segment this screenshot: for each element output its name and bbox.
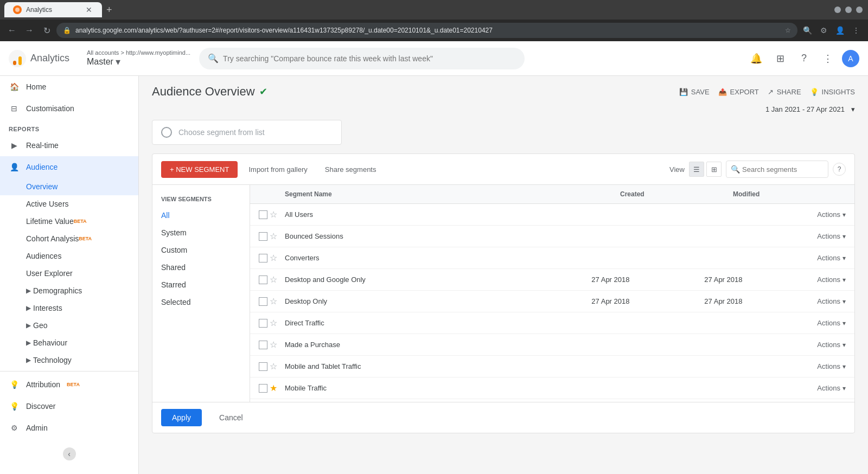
row-checkbox-4[interactable] [259, 297, 267, 306]
sidebar-collapse-btn[interactable]: ‹ [63, 447, 76, 460]
filter-starred[interactable]: Starred [152, 276, 250, 293]
sidebar-subitem-geo[interactable]: ▶ Geo [0, 317, 138, 334]
notifications-icon[interactable]: 🔔 [746, 49, 766, 68]
sidebar-item-audience[interactable]: 👤 Audience [0, 156, 138, 178]
filter-custom[interactable]: Custom [152, 241, 250, 259]
row-star-1[interactable]: ☆ [270, 231, 277, 241]
sidebar-subitem-audiences[interactable]: Audiences [0, 247, 138, 265]
filter-shared[interactable]: Shared [152, 259, 250, 276]
filter-system[interactable]: System [152, 224, 250, 241]
sidebar-subitem-overview[interactable]: Overview [0, 178, 138, 195]
sidebar-subitem-demographics[interactable]: ▶ Demographics [0, 282, 138, 299]
filter-selected[interactable]: Selected [152, 293, 250, 311]
row-actions-0[interactable]: Actions ▾ [817, 210, 846, 219]
refresh-btn[interactable]: ↻ [39, 23, 54, 38]
search-input[interactable] [223, 54, 516, 63]
sidebar-subitem-active-users[interactable]: Active Users [0, 195, 138, 213]
address-bar[interactable]: 🔒 analytics.google.com/analytics/web/?au… [56, 23, 797, 38]
share-btn[interactable]: ↗ SHARE [768, 88, 801, 96]
minimize-btn[interactable] [834, 7, 841, 13]
date-range-selector[interactable]: 1 Jan 2021 - 27 Apr 2021 ▾ [765, 105, 855, 113]
row-star-2[interactable]: ☆ [270, 253, 277, 263]
row-checkbox-3[interactable] [259, 276, 267, 284]
sidebar-item-attribution[interactable]: 💡 Attribution BETA [0, 374, 138, 395]
row-actions-4[interactable]: Actions ▾ [817, 297, 846, 305]
segment-search-input[interactable] [742, 165, 824, 174]
zoom-icon[interactable]: 🔍 [800, 23, 815, 38]
segment-selector[interactable]: Choose segment from list [152, 120, 342, 145]
attribution-label: Attribution [26, 380, 60, 389]
row-actions-3[interactable]: Actions ▾ [817, 276, 846, 284]
row-checkbox-8[interactable] [259, 384, 267, 393]
row-actions-2[interactable]: Actions ▾ [817, 254, 846, 262]
import-from-gallery-btn[interactable]: Import from gallery [242, 161, 314, 178]
extensions-icon[interactable]: ⚙ [816, 23, 831, 38]
row-star-4[interactable]: ☆ [270, 296, 277, 306]
insights-btn[interactable]: 💡 INSIGHTS [810, 88, 855, 96]
row-actions-1[interactable]: Actions ▾ [817, 232, 846, 240]
list-view-icon[interactable]: ☰ [689, 162, 704, 177]
segment-body: VIEW SEGMENTS All System Custom Shared S… [152, 185, 854, 402]
maximize-btn[interactable] [845, 7, 852, 13]
row-checkbox-7[interactable] [259, 362, 267, 371]
sidebar-subitem-behaviour[interactable]: ▶ Behaviour [0, 334, 138, 351]
sidebar-subitem-technology[interactable]: ▶ Technology [0, 351, 138, 369]
apps-icon[interactable]: ⊞ [770, 49, 790, 68]
avatar[interactable]: A [842, 50, 859, 67]
segment-search[interactable]: 🔍 [726, 161, 828, 178]
search-bar[interactable]: 🔍 [199, 48, 525, 69]
sidebar-item-realtime[interactable]: ▶ Real-time [0, 134, 138, 156]
close-btn[interactable] [856, 7, 863, 13]
filter-all[interactable]: All [152, 207, 250, 224]
help-icon[interactable]: ? [794, 49, 814, 68]
sidebar-item-customisation[interactable]: ⊟ Customisation [0, 98, 138, 119]
tab-close-btn[interactable]: ✕ [85, 5, 93, 14]
sidebar-item-discover[interactable]: 💡 Discover [0, 395, 138, 417]
profile-icon[interactable]: 👤 [832, 23, 847, 38]
row-checkbox-0[interactable] [259, 210, 267, 219]
row-name-7: Mobile and Tablet Traffic [285, 362, 587, 370]
row-checkbox-1[interactable] [259, 232, 267, 241]
row-star-6[interactable]: ☆ [270, 340, 277, 350]
actions-label-8: Actions [817, 384, 840, 392]
back-btn[interactable]: ← [4, 23, 20, 38]
sidebar-subitem-lifetime-value[interactable]: Lifetime Value BETA [0, 213, 138, 230]
sidebar-subitem-cohort[interactable]: Cohort Analysis BETA [0, 230, 138, 247]
row-actions-6[interactable]: Actions ▾ [817, 341, 846, 349]
row-checkbox-2[interactable] [259, 254, 267, 262]
bookmark-icon[interactable]: ☆ [785, 27, 791, 34]
export-btn[interactable]: 📤 EXPORT [718, 88, 759, 96]
browser-tab[interactable]: Analytics ✕ [4, 2, 102, 17]
row-actions-7[interactable]: Actions ▾ [817, 362, 846, 370]
cancel-btn[interactable]: Cancel [208, 409, 254, 426]
forward-btn[interactable]: → [22, 23, 37, 38]
row-check-star: ☆ [259, 340, 280, 350]
row-check-star: ☆ [259, 361, 280, 371]
row-actions-8[interactable]: Actions ▾ [817, 384, 846, 392]
apply-btn[interactable]: Apply [161, 409, 202, 426]
row-star-5[interactable]: ☆ [270, 318, 277, 328]
more-icon[interactable]: ⋮ [848, 23, 864, 38]
sidebar-item-home[interactable]: 🏠 Home [0, 76, 138, 98]
new-segment-btn[interactable]: + NEW SEGMENT [161, 161, 238, 178]
grid-view-icon[interactable]: ⊞ [706, 162, 722, 177]
row-star-7[interactable]: ☆ [270, 361, 277, 371]
row-star-0[interactable]: ☆ [270, 209, 277, 220]
share-segments-btn[interactable]: Share segments [318, 161, 383, 178]
help-btn[interactable]: ? [833, 163, 846, 176]
sidebar-item-admin[interactable]: ⚙ Admin [0, 417, 138, 439]
bottom-spacer [152, 433, 855, 451]
new-tab-btn[interactable]: + [106, 4, 112, 16]
account-selector[interactable]: Master ▾ [87, 56, 190, 68]
row-star-3[interactable]: ☆ [270, 274, 277, 285]
demographics-chevron-icon: ▶ [26, 287, 31, 294]
sidebar-subitem-user-explorer[interactable]: User Explorer [0, 265, 138, 282]
row-actions-5[interactable]: Actions ▾ [817, 319, 846, 327]
row-checkbox-6[interactable] [259, 341, 267, 349]
sidebar-subitem-interests[interactable]: ▶ Interests [0, 299, 138, 317]
save-btn[interactable]: 💾 SAVE [679, 88, 710, 96]
sidebar-divider [0, 371, 138, 371]
more-options-icon[interactable]: ⋮ [818, 49, 838, 68]
row-checkbox-5[interactable] [259, 319, 267, 328]
row-star-8[interactable]: ★ [270, 383, 277, 393]
